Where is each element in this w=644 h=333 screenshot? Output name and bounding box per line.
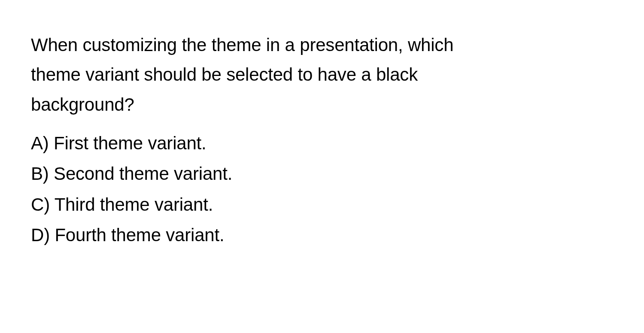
question-text: When customizing the theme in a presenta… [31,30,503,119]
option-d: D) Fourth theme variant. [31,220,644,250]
option-c: C) Third theme variant. [31,189,644,220]
option-c-text: Third theme variant. [55,194,213,215]
option-b: B) Second theme variant. [31,158,644,189]
option-a: A) First theme variant. [31,128,644,158]
option-d-label: D) [31,225,50,245]
option-b-text: Second theme variant. [54,163,232,184]
option-c-label: C) [31,194,50,215]
option-d-text: Fourth theme variant. [55,225,224,245]
option-a-text: First theme variant. [54,133,206,153]
option-a-label: A) [31,133,49,153]
option-b-label: B) [31,163,49,184]
